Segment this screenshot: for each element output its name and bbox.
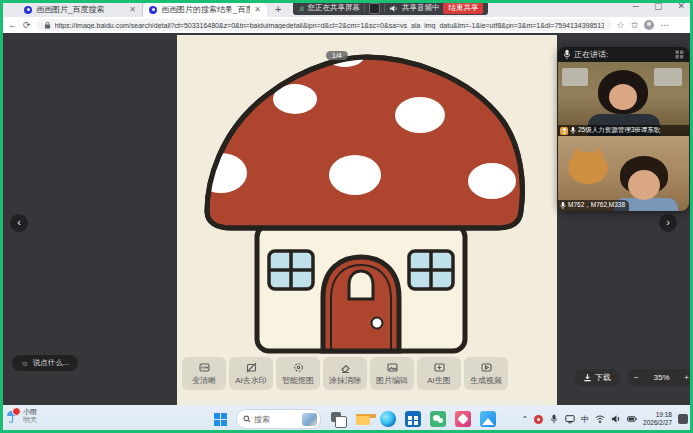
tab-baidu-search[interactable]: 画画图片_百度搜索 ✕ xyxy=(18,2,143,17)
classroom-window xyxy=(654,68,682,86)
refresh-button[interactable]: ⟳ xyxy=(23,20,31,30)
mushroom-house-image xyxy=(177,35,557,405)
image-canvas: 1/4 xyxy=(177,35,557,405)
tray-overflow-chevron[interactable]: ⌃ xyxy=(521,415,528,424)
participant-silhouette xyxy=(609,84,637,110)
tab-close-icon[interactable]: ✕ xyxy=(254,5,261,14)
baidu-favicon xyxy=(24,6,32,14)
participant-name: 25级人力资源管理3班谭东歌 xyxy=(578,126,660,135)
image-edit-button[interactable]: 图片编辑 xyxy=(370,357,414,390)
ai-remove-watermark-button[interactable]: AI去水印 xyxy=(229,357,273,390)
wifi-icon[interactable] xyxy=(595,414,605,424)
previous-image-button[interactable]: ‹ xyxy=(10,214,28,232)
wechat-icon[interactable] xyxy=(430,411,446,427)
battery-icon[interactable] xyxy=(627,414,637,424)
screen-share-tray-icon[interactable] xyxy=(565,414,575,424)
clarity-icon xyxy=(199,362,210,373)
zoom-in-button[interactable]: + xyxy=(684,373,689,382)
windows-taskbar: 小雨 明天 搜索 ⌃ xyxy=(0,405,693,433)
search-icon xyxy=(243,415,251,423)
eraser-icon xyxy=(340,362,351,373)
comment-input[interactable]: ☺ 说点什么... xyxy=(12,355,78,371)
microsoft-store-icon[interactable] xyxy=(405,411,421,427)
taskbar-search-box[interactable]: 搜索 xyxy=(236,409,321,429)
weather-widget[interactable]: 小雨 明天 xyxy=(6,408,37,424)
shared-desktop-screen: 画画图片_百度搜索 ✕ 画画图片的搜索结果_百度图片搜... ✕ + .ıl 您… xyxy=(0,0,693,433)
file-explorer-icon[interactable] xyxy=(355,411,371,427)
collections-star-icon[interactable]: ✩ xyxy=(631,20,639,30)
tab-title: 画画图片_百度搜索 xyxy=(36,4,125,15)
profile-avatar[interactable] xyxy=(644,20,654,30)
maximize-button[interactable]: ▢ xyxy=(654,1,663,11)
cat-silhouette xyxy=(568,152,608,184)
participant-name-bar: M762，M762,M338 xyxy=(558,200,629,211)
tab-close-icon[interactable]: ✕ xyxy=(129,5,136,14)
stop-sharing-button[interactable]: 结束共享 xyxy=(443,2,483,14)
smiley-icon: ☺ xyxy=(21,359,29,368)
screen-share-banner: .ıl 您正在共享屏幕 共享音频中 结束共享 xyxy=(293,1,488,15)
ai-image-icon xyxy=(434,362,445,373)
recording-indicator-icon[interactable] xyxy=(534,415,543,424)
clock-time: 19:18 xyxy=(656,411,672,419)
meeting-video-panel: 正在讲话: 25级人力资源管理3班谭东歌 xyxy=(558,47,689,211)
generate-video-button[interactable]: 生成视频 xyxy=(464,357,508,390)
new-tab-button[interactable]: + xyxy=(275,2,281,17)
photos-app-icon[interactable] xyxy=(480,411,496,427)
more-menu-icon[interactable]: ⋯ xyxy=(660,20,669,30)
window-controls: ─ ▢ ✕ xyxy=(633,1,685,11)
download-button[interactable]: 下载 xyxy=(574,369,620,386)
browser-url-bar: ← ⟳ https://image.baidu.com/search/detai… xyxy=(0,17,693,33)
classroom-window xyxy=(562,68,588,86)
image-counter-badge: 1/4 xyxy=(326,51,348,60)
layout-toggle-icon[interactable] xyxy=(675,50,684,59)
edge-browser-icon[interactable] xyxy=(380,411,396,427)
pink-app-icon[interactable] xyxy=(455,411,471,427)
meeting-app-icon xyxy=(369,3,380,14)
taskbar-clock[interactable]: 19:18 2026/2/27 xyxy=(643,411,672,427)
ime-indicator[interactable]: 中 xyxy=(581,414,589,425)
next-image-button[interactable]: › xyxy=(659,214,677,232)
enhance-clarity-button[interactable]: 变清晰 xyxy=(182,357,226,390)
tab-image-detail[interactable]: 画画图片的搜索结果_百度图片搜... ✕ xyxy=(143,2,267,17)
notification-center-icon[interactable] xyxy=(678,414,688,424)
zoom-level: 35% xyxy=(653,373,669,382)
participant-video-1[interactable]: 25级人力资源管理3班谭东歌 xyxy=(558,62,689,136)
smudge-erase-button[interactable]: 涂抹消除 xyxy=(323,357,367,390)
divider xyxy=(364,4,365,12)
weather-condition: 小雨 xyxy=(23,408,37,416)
weather-alert-badge xyxy=(12,407,21,416)
speaking-label: 正在讲话: xyxy=(574,49,608,60)
divider xyxy=(384,4,385,12)
zoom-out-button[interactable]: − xyxy=(634,373,639,382)
baidu-favicon xyxy=(149,6,157,14)
microphone-icon xyxy=(570,126,576,135)
start-button[interactable] xyxy=(214,413,227,426)
tray-microphone-icon[interactable] xyxy=(549,414,559,424)
back-button[interactable]: ← xyxy=(8,20,17,30)
close-button[interactable]: ✕ xyxy=(677,1,685,11)
smart-cutout-button[interactable]: 智能抠图 xyxy=(276,357,320,390)
ai-generate-image-button[interactable]: AI生图 xyxy=(417,357,461,390)
participant-name: M762，M762,M338 xyxy=(568,201,625,210)
weather-sub: 明天 xyxy=(23,416,37,424)
remove-watermark-icon xyxy=(246,362,257,373)
edit-image-icon xyxy=(387,362,398,373)
tab-title: 画画图片的搜索结果_百度图片搜... xyxy=(161,4,250,15)
bookmark-star-icon[interactable]: ☆ xyxy=(617,20,625,30)
cutout-icon xyxy=(293,362,304,373)
comment-placeholder: 说点什么... xyxy=(33,358,69,368)
image-tools-toolbar: 变清晰 AI去水印 智能抠图 涂抹消除 图片编辑 AI生图 xyxy=(182,357,508,390)
participant-video-2[interactable]: M762，M762,M338 xyxy=(558,136,689,211)
minimize-button[interactable]: ─ xyxy=(633,1,639,11)
host-badge-icon xyxy=(560,127,568,135)
address-field[interactable]: https://image.baidu.com/search/detail?ct… xyxy=(37,19,611,31)
image-viewer: 1/4 ‹ › ☺ 说点什么... 变清晰 AI去水印 智能抠图 涂抹 xyxy=(0,33,693,405)
sharing-text: 您正在共享屏幕 xyxy=(307,3,360,13)
volume-icon[interactable] xyxy=(611,414,621,424)
search-placeholder: 搜索 xyxy=(254,414,299,425)
meeting-panel-header: 正在讲话: xyxy=(558,47,689,62)
video-icon xyxy=(481,362,492,373)
system-tray: ⌃ 中 19:18 2026/2/27 xyxy=(521,405,688,433)
taskbar-center-icons: 搜索 xyxy=(214,405,496,433)
task-view-button[interactable] xyxy=(330,411,346,427)
